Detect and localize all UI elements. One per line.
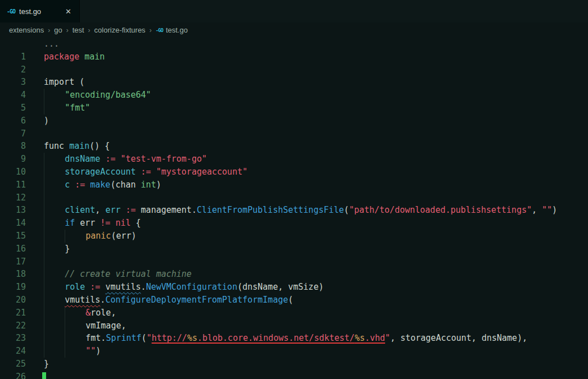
line-number[interactable]: 26	[0, 371, 26, 379]
line-number[interactable]: 3	[0, 76, 26, 89]
tab-test-go[interactable]: -GO test.go ✕	[0, 0, 80, 22]
code-token: "mystorageaccount"	[156, 167, 248, 177]
code-token: http://	[152, 333, 187, 343]
code-line[interactable]: 25}	[0, 358, 588, 371]
breadcrumb-item-colorize-fixtures[interactable]: colorize-fixtures	[94, 26, 146, 34]
code-token: }	[65, 244, 70, 254]
line-number[interactable]: 18	[0, 268, 26, 281]
code-line[interactable]: ...	[0, 38, 588, 51]
code-token: vmutils	[65, 295, 100, 305]
breadcrumb-item-file[interactable]: test.go	[166, 26, 188, 34]
line-number[interactable]: 5	[0, 102, 26, 115]
line-number[interactable]: 16	[0, 243, 26, 255]
code-text: func main() {	[44, 140, 110, 153]
line-number[interactable]: 12	[0, 191, 26, 204]
code-line[interactable]: 24 "")	[0, 345, 588, 358]
code-token: %s	[187, 333, 197, 343]
code-line[interactable]: 7	[0, 127, 588, 140]
code-line[interactable]: 5 "fmt"	[0, 102, 588, 115]
code-line[interactable]: 26	[0, 371, 588, 379]
line-number[interactable]: 9	[0, 153, 26, 166]
code-token: fmt.	[85, 333, 106, 343]
code-line[interactable]: 10 storageAccount := "mystorageaccount"	[0, 166, 588, 179]
code-line[interactable]: 22 vmImage,	[0, 319, 588, 332]
code-line[interactable]: 11 c := make(chan int)	[0, 179, 588, 191]
line-number[interactable]: 14	[0, 217, 26, 230]
line-number[interactable]: 11	[0, 179, 26, 191]
code-text	[44, 191, 65, 204]
line-number[interactable]: 2	[0, 63, 26, 76]
line-number[interactable]: 19	[0, 281, 26, 294]
breadcrumb-item-extensions[interactable]: extensions	[9, 26, 44, 34]
code-token	[44, 307, 65, 319]
code-text: "fmt"	[44, 102, 90, 115]
code-token	[85, 282, 90, 292]
code-line[interactable]: 3import (	[0, 76, 588, 89]
line-number[interactable]: 8	[0, 140, 26, 153]
code-line[interactable]: 9 dnsName := "test-vm-from-go"	[0, 153, 588, 166]
line-number[interactable]: 21	[0, 307, 26, 319]
code-line[interactable]: 2	[0, 63, 588, 76]
breadcrumb-item-go[interactable]: go	[54, 26, 62, 34]
code-line[interactable]: 19 role := vmutils.NewVMConfiguration(dn…	[0, 281, 588, 294]
code-token: // create virtual machine	[65, 269, 192, 279]
code-token	[85, 180, 90, 190]
code-token: :=	[141, 167, 151, 177]
code-line[interactable]: 17	[0, 255, 588, 268]
line-number[interactable]	[0, 38, 26, 51]
code-token: err	[105, 205, 120, 215]
code-lines: ...1package main23import (4 "encoding/ba…	[0, 38, 588, 379]
line-number[interactable]: 15	[0, 230, 26, 243]
code-line[interactable]: 8func main() {	[0, 140, 588, 153]
editor-tab-bar: -GO test.go ✕	[0, 0, 588, 22]
line-number[interactable]: 7	[0, 127, 26, 140]
code-line[interactable]: 6)	[0, 115, 588, 127]
code-token: panic	[85, 231, 111, 241]
code-token: )	[44, 116, 49, 126]
code-line[interactable]: 18 // create virtual machine	[0, 268, 588, 281]
code-editor[interactable]: ...1package main23import (4 "encoding/ba…	[0, 38, 588, 379]
code-line[interactable]: 16 }	[0, 243, 588, 255]
go-file-icon: -GO	[7, 8, 15, 15]
line-number[interactable]: 20	[0, 294, 26, 307]
line-number[interactable]: 4	[0, 89, 26, 102]
code-line[interactable]: 4 "encoding/base64"	[0, 89, 588, 102]
code-token: role,	[91, 308, 116, 318]
code-line[interactable]: 15 panic(err)	[0, 230, 588, 243]
code-token: main	[84, 52, 105, 62]
code-token: "fmt"	[65, 103, 90, 113]
code-token: dnsName	[65, 154, 100, 164]
code-token: int	[141, 180, 156, 190]
line-number[interactable]: 25	[0, 358, 26, 371]
code-line[interactable]: 1package main	[0, 51, 588, 63]
code-line[interactable]: 21 &role,	[0, 307, 588, 319]
code-token	[44, 153, 65, 166]
line-number[interactable]: 1	[0, 51, 26, 63]
line-number[interactable]: 13	[0, 204, 26, 217]
close-icon[interactable]: ✕	[64, 7, 73, 16]
code-token	[151, 167, 156, 177]
line-number[interactable]: 23	[0, 332, 26, 345]
code-token: Sprintf	[106, 333, 141, 343]
code-token: "path/to/downloaded.publishsettings"	[349, 205, 532, 215]
code-line[interactable]: 14 if err != nil {	[0, 217, 588, 230]
code-token: (	[288, 295, 293, 305]
code-line[interactable]: 20 vmutils.ConfigureDeploymentFromPlatfo…	[0, 294, 588, 307]
code-token: ...	[44, 39, 59, 49]
code-line[interactable]: 23 fmt.Sprintf("http://%s.blob.core.wind…	[0, 332, 588, 345]
code-token: import (	[44, 77, 84, 87]
line-number[interactable]: 6	[0, 115, 26, 127]
breadcrumb-item-test[interactable]: test	[73, 26, 84, 34]
code-token	[44, 230, 65, 243]
line-number[interactable]: 10	[0, 166, 26, 179]
code-line[interactable]: 12	[0, 191, 588, 204]
code-token: err	[75, 218, 100, 228]
line-number[interactable]: 22	[0, 319, 26, 332]
line-number[interactable]: 17	[0, 255, 26, 268]
code-text: dnsName := "test-vm-from-go"	[44, 153, 207, 166]
code-token	[65, 319, 85, 332]
code-token: (chan	[110, 180, 141, 190]
code-line[interactable]: 13 client, err := management.ClientFromP…	[0, 204, 588, 217]
line-number[interactable]: 24	[0, 345, 26, 358]
code-token	[44, 332, 65, 345]
